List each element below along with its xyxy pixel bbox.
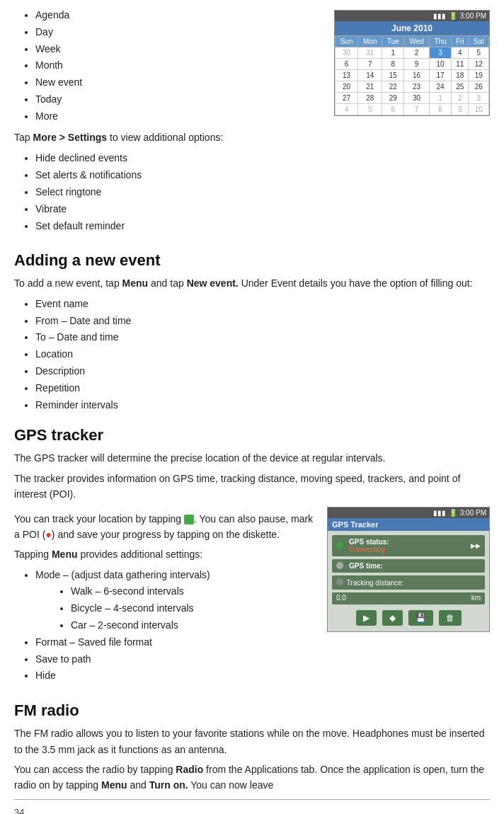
cal-cell: 3 bbox=[429, 47, 451, 59]
gps-tracking-value-row: 0.0 km bbox=[332, 592, 485, 604]
cal-day-mon: Mon bbox=[358, 36, 382, 47]
cal-cell: 4 bbox=[452, 47, 469, 59]
cal-cell: 2 bbox=[452, 93, 469, 104]
gps-para1: The GPS tracker will determine the preci… bbox=[14, 450, 490, 466]
cal-cell: 10 bbox=[429, 59, 451, 70]
cal-cell: 1 bbox=[429, 93, 451, 104]
poi-icon: ● bbox=[45, 529, 51, 540]
field-repetition: Repetition bbox=[35, 380, 490, 397]
gps-tracking-row: Tracking distance: bbox=[332, 575, 485, 590]
gps-mode-item: Mode – (adjust data gathering intervals) bbox=[35, 567, 316, 584]
settings-alerts: Set alerts & notifications bbox=[35, 167, 323, 184]
fm-radio-heading: FM radio bbox=[14, 701, 490, 720]
play-icon bbox=[184, 515, 194, 524]
menu-today: Today bbox=[35, 91, 323, 108]
cal-cell: 5 bbox=[358, 104, 382, 115]
gps-status-row: GPS status: Connecting ▶▶ bbox=[332, 535, 485, 556]
cal-cell: 21 bbox=[358, 81, 382, 93]
cal-cell: 9 bbox=[452, 104, 469, 115]
adding-event-para: To add a new event, tap Menu and tap New… bbox=[14, 275, 490, 291]
cal-day-wed: Wed bbox=[404, 36, 429, 47]
tap-settings-line: Tap More > Settings to view additional o… bbox=[14, 130, 323, 147]
cal-cell: 17 bbox=[429, 70, 451, 81]
gps-sub-list: Walk – 6-second intervals Bicycle – 4-se… bbox=[71, 583, 316, 634]
gps-time-row: GPS time: bbox=[332, 559, 485, 573]
cal-cell: 27 bbox=[336, 93, 358, 104]
page-number: 34 bbox=[14, 807, 490, 814]
cal-day-sat: Sat bbox=[469, 36, 489, 47]
cal-cell: 20 bbox=[336, 81, 358, 93]
adding-event-heading: Adding a new event bbox=[14, 251, 490, 270]
cal-cell: 14 bbox=[358, 70, 382, 81]
menu-items-list: Agenda Day Week Month New event Today Mo… bbox=[35, 7, 323, 125]
cal-cell: 13 bbox=[336, 70, 358, 81]
settings-options-list: Hide declined events Set alerts & notifi… bbox=[35, 150, 323, 234]
cal-cell: 26 bbox=[469, 81, 489, 93]
calendar-grid: Sun Mon Tue Wed Thu Fri Sat 303112345678… bbox=[335, 35, 489, 115]
cal-cell: 8 bbox=[429, 104, 451, 115]
cal-cell: 10 bbox=[469, 104, 489, 115]
field-description: Description bbox=[35, 363, 490, 380]
cal-cell: 6 bbox=[336, 59, 358, 70]
gps-save-path: Save to path bbox=[35, 651, 316, 668]
field-from: From – Date and time bbox=[35, 313, 490, 330]
field-location: Location bbox=[35, 346, 490, 363]
cal-cell: 7 bbox=[358, 59, 382, 70]
cal-cell: 9 bbox=[404, 59, 429, 70]
cal-cell: 8 bbox=[382, 59, 404, 70]
field-to: To – Date and time bbox=[35, 329, 490, 346]
gps-tapping-line: Tapping Menu provides additional setting… bbox=[14, 546, 316, 562]
cal-cell: 30 bbox=[404, 93, 429, 104]
cal-cell: 7 bbox=[404, 104, 429, 115]
gps-poi-button[interactable]: ◆ bbox=[382, 610, 403, 626]
menu-new-event: New event bbox=[35, 74, 323, 91]
gps-gray-dot bbox=[336, 562, 343, 569]
gps-tracker-heading: GPS tracker bbox=[14, 426, 490, 445]
cal-day-fri: Fri bbox=[452, 36, 469, 47]
cal-cell: 11 bbox=[452, 59, 469, 70]
calendar-status-bar: ▮▮▮ 🔋 3:00 PM bbox=[335, 11, 489, 21]
menu-month: Month bbox=[35, 57, 323, 74]
menu-week: Week bbox=[35, 41, 323, 58]
cal-cell: 31 bbox=[358, 47, 382, 59]
gps-screenshot: ▮▮▮ 🔋 3:00 PM GPS Tracker GPS status: Co… bbox=[327, 507, 490, 632]
settings-ringtone: Select ringtone bbox=[35, 184, 323, 201]
gps-para3: You can track your location by tapping .… bbox=[14, 511, 316, 543]
cal-cell: 15 bbox=[382, 70, 404, 81]
cal-cell: 25 bbox=[452, 81, 469, 93]
page-divider bbox=[14, 799, 490, 800]
cal-cell: 1 bbox=[382, 47, 404, 59]
gps-btn-row[interactable]: ▶ ◆ 💾 🗑 bbox=[332, 607, 485, 627]
cal-cell: 23 bbox=[404, 81, 429, 93]
settings-vibrate: Vibrate bbox=[35, 201, 323, 218]
gps-hide: Hide bbox=[35, 667, 316, 684]
calendar-month-year: June 2010 bbox=[335, 21, 489, 35]
fm-para2: You can access the radio by tapping Radi… bbox=[14, 762, 490, 793]
gps-body: GPS status: Connecting ▶▶ GPS time: Trac… bbox=[328, 531, 489, 631]
cal-cell: 4 bbox=[336, 104, 358, 115]
menu-agenda: Agenda bbox=[35, 7, 323, 24]
gps-settings-list: Mode – (adjust data gathering intervals)… bbox=[35, 567, 316, 685]
gps-trash-button[interactable]: 🗑 bbox=[439, 610, 462, 626]
event-fields-list: Event name From – Date and time To – Dat… bbox=[35, 296, 490, 414]
gps-car: Car – 2-second intervals bbox=[71, 617, 316, 634]
cal-cell: 28 bbox=[358, 93, 382, 104]
calendar-screenshot: ▮▮▮ 🔋 3:00 PM June 2010 Sun Mon Tue Wed … bbox=[334, 10, 490, 116]
gps-para2: The tracker provides information on GPS … bbox=[14, 471, 490, 503]
cal-day-thu: Thu bbox=[429, 36, 451, 47]
field-reminder: Reminder intervals bbox=[35, 397, 490, 414]
cal-cell: 19 bbox=[469, 70, 489, 81]
gps-save-button[interactable]: 💾 bbox=[408, 610, 433, 626]
cal-cell: 29 bbox=[382, 93, 404, 104]
settings-hide-declined: Hide declined events bbox=[35, 150, 323, 167]
cal-cell: 16 bbox=[404, 70, 429, 81]
gps-two-col: You can track your location by tapping .… bbox=[14, 507, 490, 689]
gps-play-button[interactable]: ▶ bbox=[356, 610, 377, 626]
cal-day-tue: Tue bbox=[382, 36, 404, 47]
settings-reminder: Set default reminder bbox=[35, 218, 323, 235]
cal-cell: 22 bbox=[382, 81, 404, 93]
gps-format: Format – Saved file format bbox=[35, 634, 316, 651]
menu-more: More bbox=[35, 108, 323, 125]
gps-status-bar: ▮▮▮ 🔋 3:00 PM bbox=[328, 508, 489, 518]
cal-cell: 12 bbox=[469, 59, 489, 70]
